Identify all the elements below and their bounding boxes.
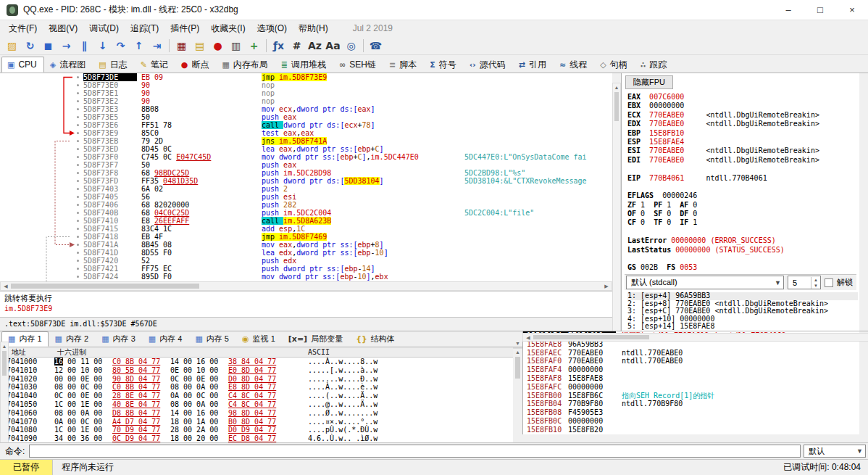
memory-map-icon[interactable]: ▥ bbox=[227, 38, 245, 54]
command-input[interactable] bbox=[29, 445, 801, 458]
disasm-row[interactable]: 5D8F73E090nop bbox=[0, 81, 612, 89]
disasm-row[interactable]: 5D8F73ED8D45 0Clea eax,dword ptr ss:[ebp… bbox=[0, 145, 612, 153]
find-icon[interactable]: ◎ bbox=[342, 38, 360, 54]
register-line[interactable]: EDX 770EABE0 <ntdll.DbgUiRemoteBreakin> bbox=[627, 120, 858, 128]
tab-dump-4[interactable]: ▦内存 4 bbox=[142, 331, 189, 347]
menu-item[interactable]: 文件(F) bbox=[3, 21, 43, 36]
tab-memory-map[interactable]: ▦内存布局 bbox=[216, 57, 275, 73]
register-line[interactable]: EFLAGS 00000246 bbox=[627, 191, 858, 200]
memory-dump-pane[interactable]: 地址 十六进制 ASCII 7704100016 00 11 00C0 8B 0… bbox=[0, 347, 513, 442]
argument-count-spinner[interactable]: 5 ▲▼ bbox=[788, 276, 821, 289]
disasm-row[interactable]: 5D8F7421FF75 ECpush dword ptr ss:[ebp-14… bbox=[0, 265, 612, 273]
tab-struct[interactable]: {}结构体 bbox=[349, 331, 401, 347]
register-line[interactable] bbox=[627, 165, 858, 173]
tab-symbols[interactable]: Σ符号 bbox=[424, 57, 464, 73]
stack-row[interactable]: 15E8FAF815E8FAE8 bbox=[523, 374, 859, 383]
disasm-row[interactable]: 5D8F73E550push eax bbox=[0, 113, 612, 121]
tab-source[interactable]: ‹›源代码 bbox=[464, 57, 513, 73]
register-line[interactable] bbox=[627, 255, 858, 263]
open-file-icon[interactable]: ▨ bbox=[3, 38, 21, 54]
disassembly-vscrollbar[interactable]: ▲▼ bbox=[612, 83, 621, 340]
argument-line[interactable]: 1: [esp+4] 96A59BB3 bbox=[627, 292, 858, 300]
disasm-row[interactable]: 5D8F7424895D F0mov dword ptr ss:[ebp-10]… bbox=[0, 273, 612, 281]
dump-row[interactable]: 7704102000 00 0E 0090 8D 04 770C 00 0E 0… bbox=[0, 375, 513, 384]
menu-item[interactable]: 视图(V) bbox=[43, 21, 83, 36]
tab-handles[interactable]: ◇句柄 bbox=[594, 57, 634, 73]
register-line[interactable]: LastError 00000000 (ERROR_SUCCESS) bbox=[627, 236, 858, 245]
disasm-row[interactable]: 5D8F73E6FF51 78call dword ptr ds:[ecx+78… bbox=[0, 121, 612, 129]
tab-dump-5[interactable]: ▦内存 5 bbox=[188, 331, 235, 347]
register-line[interactable]: EBX 00000000 bbox=[627, 102, 858, 110]
disasm-row[interactable]: 5D8F73F868 98BDC25Dpush im.5DC2BD985DC2B… bbox=[0, 169, 612, 177]
disasm-row[interactable]: 5D8F73FDFF35 0481D35Dpush dword ptr ds:[… bbox=[0, 177, 612, 185]
step-into-icon[interactable]: ↓ bbox=[93, 38, 112, 54]
run-icon[interactable]: → bbox=[57, 38, 75, 54]
dump-row[interactable]: 770410501C 00 1E 0040 8E 04 7708 00 0A 0… bbox=[0, 400, 513, 409]
disassembly-pane[interactable]: 5D8F73DEEB 09jmp im.5D8F73E95D8F73E090no… bbox=[0, 73, 612, 281]
tab-trace[interactable]: ∴跟踪 bbox=[635, 57, 675, 73]
calling-convention-select[interactable]: 默认 (stdcall) ▼ bbox=[626, 276, 784, 289]
stack-row[interactable]: 15E8FB04770B9F80ntdll.770B9F80 bbox=[523, 400, 859, 408]
disasm-row[interactable]: 5D8F741D8D55 F0lea edx,dword ptr ss:[ebp… bbox=[0, 249, 612, 257]
spinner-arrows-icon[interactable]: ▲▼ bbox=[811, 277, 820, 289]
dump-row[interactable]: 7704100016 00 11 00C0 8B 04 7714 00 16 0… bbox=[0, 358, 513, 366]
tab-notes[interactable]: ✎笔记 bbox=[135, 57, 175, 73]
tab-dump-3[interactable]: ▦内存 3 bbox=[95, 331, 142, 347]
menu-item[interactable]: 追踪(T) bbox=[125, 21, 164, 36]
register-line[interactable]: EAX 007C6000 bbox=[627, 93, 858, 102]
step-over-icon[interactable]: ↷ bbox=[112, 38, 130, 54]
tab-watch-1[interactable]: ◉监视 1 bbox=[235, 331, 282, 347]
close-button[interactable]: × bbox=[836, 0, 868, 20]
register-line[interactable]: EBP 15E8FB10 bbox=[627, 129, 858, 138]
disassembly-hscrollbar[interactable]: ◀▶ bbox=[0, 281, 612, 291]
dump-row[interactable]: 7704106008 00 0A 00D8 8B 04 7714 00 16 0… bbox=[0, 409, 513, 418]
menu-item[interactable]: 插件(P) bbox=[164, 21, 205, 36]
dump-row[interactable]: 770410700A 00 0C 00A4 D7 04 7718 00 1A 0… bbox=[0, 418, 513, 426]
register-line[interactable]: ESI 770EABE0 <ntdll.DbgUiRemoteBreakin> bbox=[627, 146, 858, 155]
breakpoints-icon[interactable]: ● bbox=[209, 38, 227, 54]
disasm-row[interactable]: 5D8F7410E8 26EEFAFFcall im.5D8A623B bbox=[0, 217, 612, 225]
stack-row[interactable]: 15E8FAF0770EABE0ntdll.770EABE0 bbox=[523, 357, 859, 365]
tab-dump-2[interactable]: ▦内存 2 bbox=[49, 331, 96, 347]
register-line[interactable]: EDI 770EABE0 <ntdll.DbgUiRemoteBreakin> bbox=[627, 156, 858, 165]
register-line[interactable]: ECX 770EABE0 <ntdll.DbgUiRemoteBreakin> bbox=[627, 111, 858, 120]
stack-row[interactable]: 15E8FB08F45905E3 bbox=[523, 408, 859, 417]
stack-row[interactable]: 15E8FB0C00000000 bbox=[523, 417, 859, 426]
stack-row[interactable]: 15E8FB1015E8FB20 bbox=[523, 426, 859, 434]
tab-breakpoints[interactable]: ●断点 bbox=[175, 57, 217, 73]
case-aa-icon[interactable]: Aa bbox=[324, 38, 342, 54]
tab-threads[interactable]: ≈线程 bbox=[554, 57, 594, 73]
remote-icon[interactable]: ☎ bbox=[367, 38, 385, 54]
stop-icon[interactable]: ◼ bbox=[39, 38, 57, 54]
stack-vscrollbar[interactable]: ▲▼ bbox=[0, 342, 9, 453]
stack-pane[interactable]: 15E8FAE4770EAC19返回到 ntdll.770EAC19 自 ntd… bbox=[522, 331, 859, 434]
disasm-row[interactable]: 5D8F73F750push eax bbox=[0, 161, 612, 169]
disasm-row[interactable]: 5D8F73F0C745 0C E047C45Dmov dword ptr ss… bbox=[0, 153, 612, 161]
register-line[interactable] bbox=[627, 183, 858, 191]
register-line[interactable]: GS 002B FS 0053 bbox=[627, 263, 858, 272]
maximize-button[interactable]: □ bbox=[804, 0, 836, 20]
tab-seh[interactable]: ∞SEH链 bbox=[333, 57, 383, 73]
disasm-row[interactable]: 5D8F74036A 02push 2 bbox=[0, 185, 612, 193]
register-line[interactable]: ESP 15E8FAE4 bbox=[627, 138, 858, 146]
pause-icon[interactable]: ∥ bbox=[75, 38, 93, 54]
disasm-row[interactable]: 5D8F7418EB 4Fjmp im.5D8F7469 bbox=[0, 233, 612, 241]
restart-icon[interactable]: ↻ bbox=[21, 38, 39, 54]
patches-icon[interactable]: ▦ bbox=[172, 38, 191, 54]
disasm-row[interactable]: 5D8F73E985C0test eax,eax bbox=[0, 129, 612, 137]
disasm-row[interactable]: 5D8F73E190nop bbox=[0, 89, 612, 97]
tab-references[interactable]: ⇄引用 bbox=[513, 57, 554, 73]
step-out-icon[interactable]: ↑ bbox=[130, 38, 148, 54]
command-profile-select[interactable]: 默认 ▼ bbox=[804, 445, 866, 458]
menu-item[interactable]: 调试(D) bbox=[83, 21, 125, 36]
disasm-row[interactable]: 5D8F741583C4 1Cadd esp,1C bbox=[0, 225, 612, 233]
disasm-row[interactable]: 5D8F740B68 04C0C25Dpush im.5DC2C0045DC2C… bbox=[0, 209, 612, 217]
plugins-icon[interactable]: + bbox=[245, 38, 263, 54]
hash-icon[interactable]: # bbox=[288, 38, 306, 54]
disasm-row[interactable]: 5D8F740556push esi bbox=[0, 193, 612, 201]
register-line[interactable]: ZF 1 PF 1 AF 0 bbox=[627, 201, 858, 210]
argument-line[interactable]: 5: [esp+14] 15E8FAE8 bbox=[627, 323, 858, 331]
dump-row[interactable]: 770410801C 00 1E 0070 D9 04 7728 00 2A 0… bbox=[0, 426, 513, 434]
dump-row[interactable]: 770410400C 00 0E 0028 8E 04 770A 00 0C 0… bbox=[0, 392, 513, 400]
menu-item[interactable]: 收藏夹(I) bbox=[205, 21, 251, 36]
